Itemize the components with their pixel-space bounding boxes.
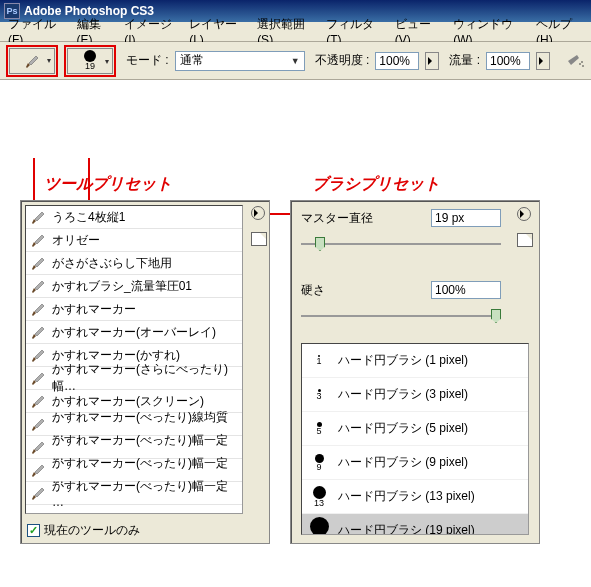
brush-tool-icon — [30, 485, 46, 501]
brush-tool-icon — [30, 324, 46, 340]
triangle-right-icon — [428, 57, 436, 65]
brush-size-number: 9 — [316, 463, 321, 472]
brush-tool-icon — [30, 439, 46, 455]
tool-preset-item-label: かすれマーカー(オーバーレイ) — [52, 324, 216, 341]
opacity-field[interactable]: 100% — [375, 52, 419, 70]
brush-tool-icon — [30, 416, 46, 432]
brush-preview-icon: 13 — [308, 486, 330, 508]
new-brush-button[interactable] — [517, 233, 533, 247]
airbrush-toggle-button[interactable] — [565, 52, 585, 70]
tool-preset-item[interactable]: オリゼー — [26, 229, 242, 252]
annotation-label-tool-preset: ツールプリセット — [44, 174, 172, 195]
opacity-label: 不透明度 : — [315, 52, 370, 69]
brush-preview-icon: 1 — [308, 355, 330, 366]
tool-preset-item-label: うろこ4枚縦1 — [52, 209, 125, 226]
master-diameter-field[interactable]: 19 px — [431, 209, 501, 227]
panel-menu-button[interactable] — [251, 206, 265, 220]
tool-preset-item-label: かすれマーカー(べったり)幅一定 … — [52, 478, 238, 509]
mode-select-value: 通常 — [180, 52, 204, 69]
tool-preset-item-label: かすれブラシ_流量筆圧01 — [52, 278, 192, 295]
brush-preset-item[interactable]: 9ハード円ブラシ (9 pixel) — [302, 446, 528, 480]
current-tool-only-checkbox[interactable]: ✓ — [27, 524, 40, 537]
brush-preset-panel: マスター直径 19 px 硬さ 100% 1ハード円ブラシ (1 pixel)3… — [290, 200, 540, 544]
brush-preview-icon: 3 — [308, 389, 330, 401]
tool-preset-list[interactable]: うろこ4枚縦1オリゼーがさがさぶらし下地用かすれブラシ_流量筆圧01かすれマーカ… — [25, 205, 243, 514]
tool-preset-item-label: かすれマーカー — [52, 301, 136, 318]
tool-preset-item-label: かすれマーカー(さらにべったり)幅… — [52, 361, 238, 395]
brush-tool-icon — [30, 370, 46, 386]
dropdown-arrow-icon: ▾ — [47, 56, 51, 65]
mode-select[interactable]: 通常 ▼ — [175, 51, 305, 71]
brush-preset-item-label: ハード円ブラシ (9 pixel) — [338, 454, 468, 471]
mode-label: モード : — [126, 52, 169, 69]
brush-tool-icon — [30, 462, 46, 478]
brush-preset-picker-button[interactable]: 19 ▾ — [67, 48, 113, 74]
brush-size-number: 1 — [316, 357, 321, 366]
options-bar: ▾ 19 ▾ モード : 通常 ▼ 不透明度 : 100% 流量 : 100% — [0, 42, 591, 80]
tool-preset-panel: うろこ4枚縦1オリゼーがさがさぶらし下地用かすれブラシ_流量筆圧01かすれマーカ… — [20, 200, 270, 544]
brush-preset-item-label: ハード円ブラシ (5 pixel) — [338, 420, 468, 437]
brush-preset-item-label: ハード円ブラシ (1 pixel) — [338, 352, 468, 369]
brush-tool-icon — [30, 393, 46, 409]
annotation-layer: ツールプリセット ブラシプリセット — [0, 80, 591, 200]
tool-preset-item[interactable]: かすれマーカー(さらにべったり)幅… — [26, 367, 242, 390]
brush-tool-icon — [30, 209, 46, 225]
brush-preview-icon: 5 — [308, 422, 330, 436]
annotation-label-brush-preset: ブラシプリセット — [312, 174, 440, 195]
brush-preset-item[interactable]: 5ハード円ブラシ (5 pixel) — [302, 412, 528, 446]
master-diameter-label: マスター直径 — [301, 210, 373, 227]
flow-label: 流量 : — [449, 52, 480, 69]
dropdown-arrow-icon: ▾ — [105, 57, 109, 66]
master-diameter-slider[interactable] — [301, 235, 501, 253]
brush-preview-icon: 19 — [308, 517, 330, 536]
brush-size-number: 5 — [316, 427, 321, 436]
brush-tool-icon — [30, 232, 46, 248]
brush-preset-item[interactable]: 3ハード円ブラシ (3 pixel) — [302, 378, 528, 412]
flow-field[interactable]: 100% — [486, 52, 530, 70]
annotation-highlight-brush-preset: 19 ▾ — [64, 45, 116, 77]
brush-preset-item-label: ハード円ブラシ (13 pixel) — [338, 488, 475, 505]
brush-tool-icon — [24, 53, 40, 69]
brush-preset-item[interactable]: 13ハード円ブラシ (13 pixel) — [302, 480, 528, 514]
current-tool-only-label: 現在のツールのみ — [44, 522, 140, 539]
opacity-flyout-button[interactable] — [425, 52, 439, 70]
annotation-highlight-tool-preset: ▾ — [6, 45, 58, 77]
tool-preset-item-label: がさがさぶらし下地用 — [52, 255, 172, 272]
brush-preset-item-label: ハード円ブラシ (19 pixel) — [338, 522, 475, 535]
tool-preset-item[interactable]: かすれマーカー(オーバーレイ) — [26, 321, 242, 344]
tool-preset-item-label: オリゼー — [52, 232, 100, 249]
triangle-right-icon — [539, 57, 547, 65]
hardness-label: 硬さ — [301, 282, 325, 299]
brush-tool-icon — [30, 347, 46, 363]
tool-preset-item[interactable]: がさがさぶらし下地用 — [26, 252, 242, 275]
tool-preset-picker-button[interactable]: ▾ — [9, 48, 55, 74]
flow-flyout-button[interactable] — [536, 52, 550, 70]
triangle-right-icon — [254, 209, 262, 217]
brush-preset-list[interactable]: 1ハード円ブラシ (1 pixel)3ハード円ブラシ (3 pixel)5ハード… — [301, 343, 529, 535]
panel-menu-button[interactable] — [517, 207, 531, 221]
dropdown-arrow-icon: ▼ — [291, 56, 300, 66]
brush-tool-icon — [30, 301, 46, 317]
tool-preset-item[interactable]: かすれマーカー(べったり)幅一定 … — [26, 482, 242, 505]
new-preset-button[interactable] — [251, 232, 267, 246]
tool-preset-item-label: かすれマーカー(スクリーン) — [52, 393, 204, 410]
triangle-right-icon — [520, 210, 528, 218]
tool-preset-item[interactable]: かすれマーカー — [26, 298, 242, 321]
brush-tool-icon — [30, 278, 46, 294]
tool-preset-item[interactable]: かすれブラシ_流量筆圧01 — [26, 275, 242, 298]
brush-tool-icon — [30, 255, 46, 271]
hardness-field[interactable]: 100% — [431, 281, 501, 299]
hardness-slider[interactable] — [301, 307, 501, 325]
brush-preset-item-label: ハード円ブラシ (3 pixel) — [338, 386, 468, 403]
brush-size-number: 13 — [314, 499, 324, 508]
airbrush-icon — [565, 52, 585, 70]
brush-preset-item[interactable]: 1ハード円ブラシ (1 pixel) — [302, 344, 528, 378]
brush-preset-item[interactable]: 19ハード円ブラシ (19 pixel) — [302, 514, 528, 535]
brush-size-number: 3 — [316, 392, 321, 401]
tool-preset-item[interactable]: うろこ4枚縦1 — [26, 206, 242, 229]
brush-preview-icon: 9 — [308, 454, 330, 472]
menubar: ファイル(F) 編集(E) イメージ(I) レイヤー(L) 選択範囲(S) フィ… — [0, 22, 591, 42]
brush-size-badge: 19 — [85, 62, 95, 71]
